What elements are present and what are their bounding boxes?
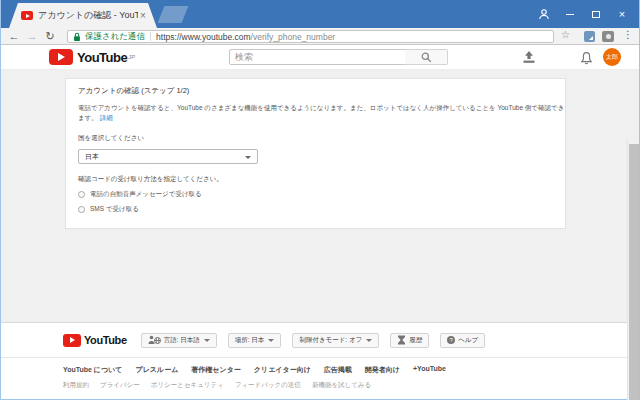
chevron-down-icon	[245, 156, 251, 159]
secure-lock-icon	[73, 32, 81, 42]
radio-option-sms[interactable]: SMS で受け取る	[78, 205, 553, 214]
chevron-down-icon	[366, 339, 372, 342]
language-button[interactable]: 言語: 日本語	[141, 333, 217, 348]
location-button[interactable]: 場所: 日本	[228, 333, 282, 348]
language-button-label: 言語: 日本語	[164, 336, 200, 345]
browser-tab[interactable]: アカウントの確認 - YouTube ×	[9, 3, 157, 28]
footer-controls-row: YouTube 言語: 日本語 場所: 日本	[1, 323, 627, 358]
footer-primary-links: YouTube について プレスルーム 著作権センター クリエイター向け 広告掲…	[1, 358, 627, 375]
avatar[interactable]: 太郎	[603, 48, 621, 66]
history-button-label: 履歴	[409, 336, 422, 345]
footer-link-creators[interactable]: クリエイター向け	[254, 365, 311, 375]
page-scrollbar[interactable]	[627, 140, 639, 400]
site-footer: YouTube 言語: 日本語 場所: 日本	[1, 322, 627, 399]
description-line1: 電話でアカウントを確認すると、YouTube のさまざまな機能を使用できるように…	[78, 104, 564, 111]
country-select[interactable]: 日本	[78, 149, 258, 164]
footer-link-feedback[interactable]: フィードバックの送信	[235, 381, 301, 390]
back-icon[interactable]: ←	[5, 31, 23, 42]
youtube-logo[interactable]: YouTube JP	[49, 49, 135, 65]
upload-icon[interactable]	[522, 51, 536, 64]
address-bar[interactable]: 保護された通信 https://www.youtube.com /verify_…	[67, 30, 554, 43]
notifications-bell-icon[interactable]	[580, 51, 593, 65]
chevron-down-icon	[268, 339, 274, 342]
scrollbar-thumb[interactable]	[629, 144, 639, 400]
history-hourglass-icon	[397, 335, 406, 345]
footer-youtube-logo[interactable]: YouTube	[63, 334, 127, 347]
footer-link-developers[interactable]: 開発者向け	[365, 365, 400, 375]
bookmark-star-icon[interactable]: ☆	[561, 29, 570, 40]
new-tab-button[interactable]	[158, 6, 189, 23]
tab-close-icon[interactable]: ×	[140, 11, 146, 21]
radio-phone-label: 電話の自動音声メッセージで受け取る	[90, 190, 202, 199]
footer-link-about[interactable]: YouTube について	[63, 365, 123, 375]
country-label: 国を選択してください	[78, 134, 553, 143]
help-button[interactable]: ? ヘルプ	[440, 333, 485, 348]
description-line2: ます。	[78, 114, 98, 121]
profile-icon[interactable]	[531, 2, 557, 26]
radio-sms-button[interactable]	[78, 206, 85, 213]
chevron-down-icon	[204, 339, 210, 342]
logo-region-label: JP	[128, 54, 135, 60]
footer-link-press[interactable]: プレスルーム	[136, 365, 179, 375]
location-button-label: 場所: 日本	[235, 336, 265, 345]
footer-link-privacy[interactable]: プライバシー	[100, 381, 140, 390]
details-link[interactable]: 詳細	[100, 114, 113, 121]
code-method-label: 確認コードの受け取り方法を指定してください。	[78, 175, 553, 184]
maximize-button[interactable]	[583, 2, 609, 26]
security-label: 保護された通信	[85, 31, 145, 43]
close-button[interactable]: ×	[609, 2, 635, 26]
browser-toolbar: ← → ↻ 保護された通信 https://www.youtube.com /v…	[1, 28, 639, 45]
search-icon	[421, 52, 432, 63]
footer-link-copyright[interactable]: 著作権センター	[191, 365, 241, 375]
youtube-header: YouTube JP 太郎	[1, 45, 639, 70]
forward-icon[interactable]: →	[23, 31, 41, 42]
radio-phone-button[interactable]	[78, 191, 85, 198]
reload-icon[interactable]: ↻	[41, 31, 59, 42]
browser-window: アカウントの確認 - YouTube × × ← → ↻ 保護された通	[0, 0, 640, 400]
footer-link-try-new-features[interactable]: 新機能を試してみる	[312, 381, 371, 390]
extension-icon[interactable]	[584, 31, 595, 42]
search-input[interactable]	[229, 49, 406, 65]
camera-extension-icon[interactable]	[602, 31, 614, 42]
chrome-menu-icon[interactable]: ⋮	[623, 29, 633, 40]
restricted-mode-label: 制限付きモード: オフ	[299, 336, 362, 345]
youtube-favicon-icon	[21, 11, 33, 20]
footer-logo-text: YouTube	[84, 334, 127, 346]
history-button[interactable]: 履歴	[390, 333, 429, 348]
footer-play-icon	[63, 334, 81, 347]
description-text: 電話でアカウントを確認すると、YouTube のさまざまな機能を使用できるように…	[78, 103, 553, 123]
url-separator	[150, 32, 151, 41]
country-selected-value: 日本	[85, 152, 99, 162]
radio-option-phone[interactable]: 電話の自動音声メッセージで受け取る	[78, 190, 553, 199]
verification-card: アカウントの確認 (ステップ 1/2) 電話でアカウントを確認すると、YouTu…	[65, 78, 566, 229]
footer-link-policy-safety[interactable]: ポリシーとセキュリティ	[151, 381, 224, 390]
help-button-label: ヘルプ	[458, 336, 478, 345]
url-path: /verify_phone_number	[251, 32, 336, 42]
tab-title: アカウントの確認 - YouTube	[38, 9, 138, 22]
help-icon: ?	[447, 336, 455, 344]
footer-link-advertise[interactable]: 広告掲載	[324, 365, 352, 375]
language-icon	[148, 335, 161, 345]
minimize-button[interactable]	[557, 2, 583, 26]
footer-link-terms[interactable]: 利用規約	[63, 381, 89, 390]
title-bar: アカウントの確認 - YouTube × ×	[1, 0, 639, 28]
page-title: アカウントの確認 (ステップ 1/2)	[78, 86, 553, 96]
url-domain: https://www.youtube.com	[156, 32, 251, 42]
youtube-logo-text: YouTube	[77, 50, 127, 65]
footer-link-plus-youtube[interactable]: +YouTube	[413, 365, 446, 375]
page-background: アカウントの確認 (ステップ 1/2) 電話でアカウントを確認すると、YouTu…	[1, 70, 639, 399]
restricted-mode-button[interactable]: 制限付きモード: オフ	[292, 333, 379, 348]
footer-secondary-links: 利用規約 プライバシー ポリシーとセキュリティ フィードバックの送信 新機能を試…	[1, 375, 627, 390]
radio-sms-label: SMS で受け取る	[90, 205, 139, 214]
search-button[interactable]	[405, 49, 448, 65]
youtube-play-icon	[49, 49, 73, 65]
